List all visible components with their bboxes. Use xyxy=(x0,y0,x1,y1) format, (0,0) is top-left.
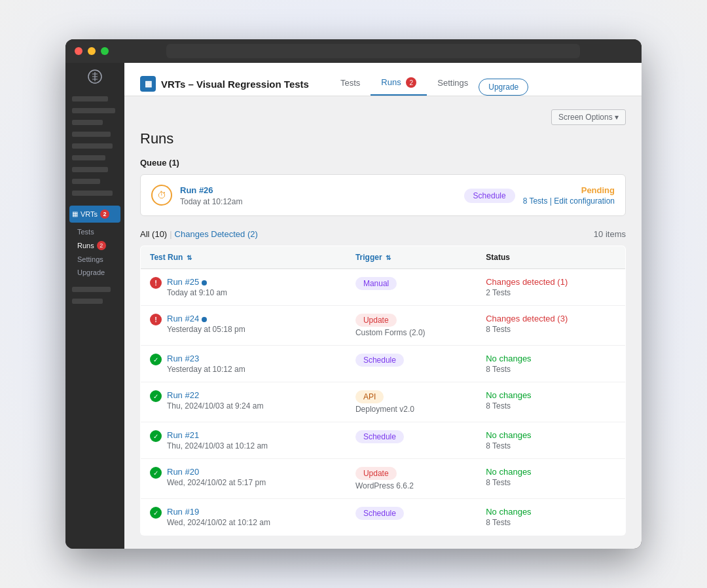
upgrade-button[interactable]: Upgrade xyxy=(479,79,528,96)
queue-status: Pending 8 Tests | Edit configuration xyxy=(523,185,615,206)
trigger-cell: Update WordPress 6.6.2 xyxy=(346,459,477,499)
filter-all-label: All xyxy=(140,229,149,239)
filter-changes[interactable]: Changes Detected (2) xyxy=(175,229,258,239)
col-trigger-label: Trigger xyxy=(355,253,382,262)
sidebar-nav: ▦ VRTs 2 Tests Runs 2 Settings xyxy=(69,94,120,306)
run-status-icon: ! xyxy=(150,277,162,289)
run-time: Wed, 2024/10/02 at 5:17 pm xyxy=(167,478,266,487)
run-name-link[interactable]: Run #23 xyxy=(167,354,199,363)
run-name-link[interactable]: Run #25 xyxy=(167,277,199,287)
minimize-button[interactable] xyxy=(88,47,96,55)
page-title: Runs xyxy=(140,130,626,147)
trigger-badge: Schedule xyxy=(355,354,404,367)
queue-edit-link[interactable]: Edit configuration xyxy=(554,196,615,206)
trigger-badge: Update xyxy=(355,467,397,480)
queue-status-links: 8 Tests | Edit configuration xyxy=(523,196,615,206)
status-cell: Changes detected (3) 8 Tests xyxy=(477,306,625,346)
sort-trigger-icon: ⇅ xyxy=(386,254,391,261)
status-label: No changes xyxy=(486,507,616,517)
submenu-runs[interactable]: Runs 2 xyxy=(75,238,120,253)
status-label: No changes xyxy=(486,354,616,363)
status-cell: No changes 8 Tests xyxy=(477,459,625,499)
trigger-badge: API xyxy=(355,390,384,403)
sidebar-item-vrts[interactable]: ▦ VRTs 2 xyxy=(69,206,120,223)
submenu-tests[interactable]: Tests xyxy=(75,225,120,238)
filter-changes-count: (2) xyxy=(247,229,258,239)
submenu-tests-label: Tests xyxy=(77,228,94,236)
col-test-run-label: Test Run xyxy=(150,253,183,262)
plugin-logo-icon: ▦ xyxy=(140,76,156,92)
runs-badge: 2 xyxy=(97,241,106,250)
tab-tests[interactable]: Tests xyxy=(330,73,371,96)
table-row: ✓ Run #21 Thu, 2024/10/03 at 10:12 am Sc… xyxy=(141,422,626,459)
queue-pending-icon: ⏱ xyxy=(151,185,172,206)
run-name-link[interactable]: Run #20 xyxy=(167,467,199,477)
vrt-submenu: Tests Runs 2 Settings Upgrade xyxy=(69,223,120,279)
run-time: Yesterday at 05:18 pm xyxy=(167,325,245,334)
table-header-row: Test Run ⇅ Trigger ⇅ Status xyxy=(141,246,626,269)
run-cell: ! Run #25 Today at 9:10 am xyxy=(141,269,346,306)
status-label: No changes xyxy=(486,467,616,477)
trigger-cell: API Deployment v2.0 xyxy=(346,382,477,422)
run-time: Thu, 2024/10/03 at 9:24 am xyxy=(167,401,263,411)
run-cell: ✓ Run #21 Thu, 2024/10/03 at 10:12 am xyxy=(141,422,346,459)
run-time: Today at 9:10 am xyxy=(167,288,227,297)
queue-trigger-badge: Schedule xyxy=(464,189,515,201)
run-cell: ! Run #24 Yesterday at 05:18 pm xyxy=(141,306,346,346)
submenu-upgrade[interactable]: Upgrade xyxy=(75,266,120,279)
run-name-link[interactable]: Run #24 xyxy=(167,314,199,323)
tab-settings[interactable]: Settings xyxy=(427,73,479,96)
maximize-button[interactable] xyxy=(101,47,109,55)
screen-options-button[interactable]: Screen Options ▾ xyxy=(551,109,626,125)
queue-run-name[interactable]: Run #26 xyxy=(180,185,213,195)
queue-tests-link[interactable]: 8 Tests xyxy=(523,196,548,206)
status-label: Changes detected (3) xyxy=(486,314,616,323)
status-sub: 8 Tests xyxy=(486,401,616,411)
run-cell: ✓ Run #23 Yesterday at 10:12 am xyxy=(141,346,346,382)
trigger-sub-text: Custom Forms (2.0) xyxy=(355,328,467,337)
nav-tabs: Tests Runs 2 Settings Upgrade xyxy=(330,72,626,96)
status-sub: 2 Tests xyxy=(486,288,616,297)
status-cell: No changes 8 Tests xyxy=(477,346,625,382)
plugin-header: ▦ VRTs – Visual Regression Tests Tests R… xyxy=(124,63,642,97)
filter-all[interactable]: All (10) xyxy=(140,229,167,239)
trigger-cell: Schedule xyxy=(346,499,477,536)
run-time: Thu, 2024/10/03 at 10:12 am xyxy=(167,441,268,450)
trigger-badge: Update xyxy=(355,314,397,327)
browser-window: ▦ VRTs 2 Tests Runs 2 Settings xyxy=(65,39,642,549)
col-trigger[interactable]: Trigger ⇅ xyxy=(346,246,477,269)
table-row: ! Run #25 Today at 9:10 am Manual Change… xyxy=(141,269,626,306)
status-label: Changes detected (1) xyxy=(486,277,616,287)
trigger-sub-text: WordPress 6.6.2 xyxy=(355,481,467,490)
status-label: No changes xyxy=(486,390,616,400)
run-cell: ✓ Run #22 Thu, 2024/10/03 at 9:24 am xyxy=(141,382,346,422)
status-sub: 8 Tests xyxy=(486,365,616,374)
run-cell: ✓ Run #20 Wed, 2024/10/02 at 5:17 pm xyxy=(141,459,346,499)
trigger-cell: Manual xyxy=(346,269,477,306)
items-count: 10 items xyxy=(594,229,626,239)
run-name-link[interactable]: Run #21 xyxy=(167,430,199,440)
sort-test-run-icon: ⇅ xyxy=(187,254,192,261)
wp-logo xyxy=(69,69,120,84)
run-status-icon: ! xyxy=(150,314,162,325)
table-row: ✓ Run #22 Thu, 2024/10/03 at 9:24 am API… xyxy=(141,382,626,422)
table-row: ✓ Run #23 Yesterday at 10:12 am Schedule… xyxy=(141,346,626,382)
page-content: Screen Options ▾ Runs Queue (1) ⏱ Run #2… xyxy=(124,96,642,549)
status-cell: Changes detected (1) 2 Tests xyxy=(477,269,625,306)
filter-bar: All (10) | Changes Detected (2) 10 items xyxy=(140,229,626,239)
filter-all-count: (10) xyxy=(152,229,167,239)
submenu-settings[interactable]: Settings xyxy=(75,253,120,266)
close-button[interactable] xyxy=(75,47,82,55)
run-name-link[interactable]: Run #19 xyxy=(167,507,199,517)
col-test-run[interactable]: Test Run ⇅ xyxy=(141,246,346,269)
screen-options-bar: Screen Options ▾ xyxy=(140,109,626,125)
run-status-icon: ✓ xyxy=(150,507,162,519)
run-name-link[interactable]: Run #22 xyxy=(167,390,199,400)
plugin-title-text: VRTs – Visual Regression Tests xyxy=(161,79,309,90)
url-bar[interactable] xyxy=(166,44,580,58)
trigger-badge: Manual xyxy=(355,277,397,290)
table-row: ! Run #24 Yesterday at 05:18 pm Update C… xyxy=(141,306,626,346)
trigger-cell: Schedule xyxy=(346,346,477,382)
runs-table: Test Run ⇅ Trigger ⇅ Status xyxy=(140,246,626,536)
tab-runs[interactable]: Runs 2 xyxy=(371,72,427,96)
